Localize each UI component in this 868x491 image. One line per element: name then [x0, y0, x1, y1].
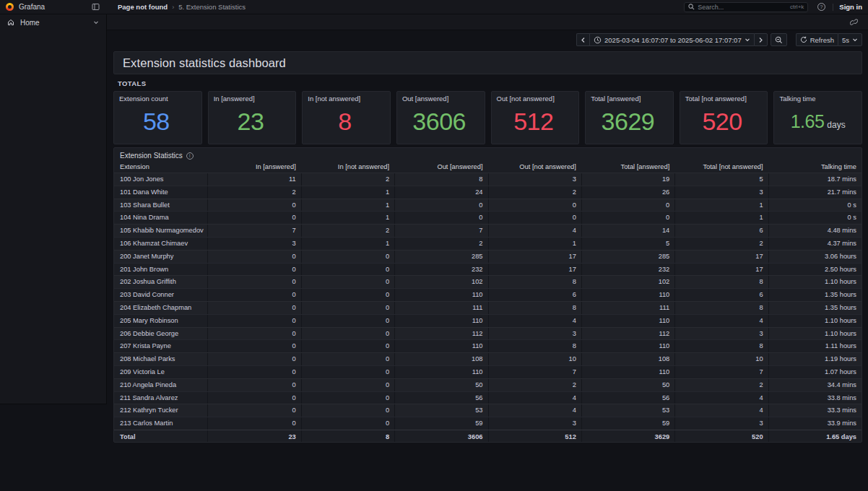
total-label: Total — [114, 430, 207, 442]
table-row[interactable]: 203 David Conner 0 0 110 6 110 6 1.35 ho… — [114, 288, 862, 301]
sign-in-button[interactable]: Sign in — [839, 3, 862, 11]
col-header-in-not-answered[interactable]: In [not answered] — [301, 161, 394, 173]
cell-talking-time: 33.9 mins — [768, 417, 862, 430]
sidebar-item-home[interactable]: Home — [0, 14, 106, 30]
topbar-divider — [833, 4, 833, 11]
dashboard-canvas: 2025-03-04 16:07:07 to 2025-06-02 17:07:… — [107, 30, 868, 491]
table-row[interactable]: 104 Nina Drama 0 1 0 0 0 1 0 s — [114, 211, 862, 224]
stat-panel[interactable]: Extension count 58 — [113, 91, 202, 144]
col-header-out-not-answered[interactable]: Out [not answered] — [488, 161, 581, 173]
grafana-logo-icon[interactable] — [6, 3, 14, 11]
col-header-total-answered[interactable]: Total [answered] — [581, 161, 674, 173]
cell-out-not-answered: 3 — [488, 173, 581, 186]
table-row[interactable]: 105 Khabib Nurmagomedov 7 2 7 4 14 6 4.4… — [114, 224, 862, 237]
brand-zone: Grafana — [0, 1, 107, 13]
breadcrumb-item-page-not-found[interactable]: Page not found — [118, 3, 168, 11]
total-total-answered: 3629 — [581, 430, 674, 442]
stat-panel[interactable]: In [not answered] 8 — [302, 91, 391, 144]
table-row[interactable]: 210 Angela Pineda 0 0 50 2 50 2 34.4 min… — [114, 378, 862, 391]
time-range-picker-button[interactable]: 2025-03-04 16:07:07 to 2025-06-02 17:07:… — [589, 33, 754, 46]
cell-total-answered: 53 — [581, 404, 674, 417]
col-header-total-not-answered[interactable]: Total [not answered] — [674, 161, 768, 173]
cell-total-not-answered: 6 — [674, 289, 768, 301]
time-shift-forward-button[interactable] — [754, 33, 768, 46]
cell-out-not-answered: 2 — [488, 379, 581, 391]
cell-extension: 101 Dana White — [114, 186, 207, 199]
cell-in-not-answered: 0 — [301, 392, 394, 404]
cell-total-not-answered: 3 — [674, 328, 768, 340]
col-header-out-answered[interactable]: Out [answered] — [394, 161, 487, 173]
table-row[interactable]: 201 John Brown 0 0 232 17 232 17 2.50 ho… — [114, 263, 862, 276]
cell-total-not-answered: 1 — [674, 212, 768, 224]
cell-out-not-answered: 10 — [488, 353, 581, 365]
cell-talking-time: 18.7 mins — [768, 173, 862, 186]
help-icon[interactable]: ? — [815, 1, 827, 13]
col-header-extension[interactable]: Extension — [114, 161, 207, 173]
cell-in-answered: 0 — [207, 199, 300, 212]
table-row[interactable]: 101 Dana White 2 1 24 2 26 3 21.7 mins — [114, 186, 862, 199]
refresh-label: Refresh — [810, 36, 834, 44]
chevron-down-icon[interactable] — [93, 19, 99, 25]
search-box[interactable]: ctrl+k — [684, 2, 808, 12]
stat-panel[interactable]: In [answered] 23 — [208, 91, 297, 144]
stat-panel[interactable]: Out [not answered] 512 — [491, 91, 580, 144]
table-row[interactable]: 204 Elizabeth Chapman 0 0 111 8 111 8 1.… — [114, 301, 862, 314]
cell-out-not-answered: 3 — [488, 417, 581, 430]
panel-title: Extension Statistics — [120, 152, 183, 160]
cell-in-answered: 0 — [207, 289, 300, 301]
table-header-row: Extension In [answered] In [not answered… — [114, 161, 862, 173]
table-row[interactable]: 207 Krista Payne 0 0 110 8 110 8 1.11 ho… — [114, 339, 862, 352]
refresh-button[interactable]: Refresh — [796, 33, 838, 46]
table-row[interactable]: 208 Michael Parks 0 0 108 10 108 10 1.19… — [114, 352, 862, 365]
cell-out-answered: 285 — [394, 251, 487, 263]
cell-in-not-answered: 1 — [301, 238, 394, 250]
cell-extension: 207 Krista Payne — [114, 340, 207, 352]
cell-in-answered: 0 — [207, 353, 300, 365]
stat-number: 3606 — [412, 108, 466, 136]
info-icon[interactable]: i — [186, 152, 194, 160]
stat-panel[interactable]: Talking time 1.65 days — [773, 91, 862, 144]
stat-panel[interactable]: Out [answered] 3606 — [396, 91, 485, 144]
cell-extension: 211 Sandra Alvarez — [114, 392, 207, 404]
cell-total-not-answered: 2 — [674, 379, 768, 391]
cell-extension: 104 Nina Drama — [114, 212, 207, 224]
cell-talking-time: 1.10 hours — [768, 315, 862, 327]
zoom-out-time-button[interactable] — [771, 33, 787, 46]
col-header-in-answered[interactable]: In [answered] — [207, 161, 300, 173]
cell-total-answered: 26 — [581, 186, 674, 199]
cell-total-not-answered: 6 — [674, 225, 768, 237]
cell-out-answered: 50 — [394, 379, 487, 391]
dock-menu-icon[interactable] — [90, 1, 101, 13]
table-row[interactable]: 100 Jon Jones 11 2 8 3 19 5 18.7 mins — [114, 173, 862, 186]
stat-panel[interactable]: Total [not answered] 520 — [680, 91, 768, 144]
time-range-label: 2025-03-04 16:07:07 to 2025-06-02 17:07:… — [604, 36, 742, 44]
cell-talking-time: 1.35 hours — [768, 302, 862, 314]
refresh-interval-value: 5s — [842, 36, 849, 44]
cell-out-not-answered: 6 — [488, 289, 581, 301]
table-row[interactable]: 106 Khamzat Chimaev 3 1 2 1 5 2 4.37 min… — [114, 237, 862, 250]
cell-total-not-answered: 2 — [674, 238, 768, 250]
table-row[interactable]: 206 Debbie George 0 0 112 3 112 3 1.10 h… — [114, 327, 862, 340]
table-row[interactable]: 205 Mary Robinson 0 0 110 4 110 4 1.10 h… — [114, 314, 862, 327]
row-header-totals[interactable]: TOTALS — [113, 78, 862, 89]
cell-in-answered: 0 — [207, 212, 300, 224]
refresh-interval-dropdown[interactable]: 5s — [838, 33, 862, 46]
cell-in-not-answered: 0 — [301, 289, 394, 301]
breadcrumb-item-extension-statistics[interactable]: 5. Extension Statistics — [178, 3, 246, 11]
table-row[interactable]: 211 Sandra Alvarez 0 0 56 4 56 4 33.8 mi… — [114, 391, 862, 404]
table-row[interactable]: 200 Janet Murphy 0 0 285 17 285 17 3.06 … — [114, 250, 862, 263]
breadcrumb: Page not found › 5. Extension Statistics — [118, 3, 246, 11]
search-input[interactable] — [698, 4, 787, 11]
table-row[interactable]: 209 Victoria Le 0 0 110 7 110 7 1.07 hou… — [114, 365, 862, 378]
table-row[interactable]: 202 Joshua Griffith 0 0 102 8 102 8 1.10… — [114, 275, 862, 288]
stat-panel[interactable]: Total [answered] 3629 — [585, 91, 674, 144]
time-shift-back-button[interactable] — [576, 33, 589, 46]
time-range-group: 2025-03-04 16:07:07 to 2025-06-02 17:07:… — [576, 33, 768, 46]
table-row[interactable]: 212 Kathryn Tucker 0 0 53 4 53 4 33.3 mi… — [114, 404, 862, 417]
col-header-talking-time[interactable]: Talking time — [768, 161, 862, 173]
table-row[interactable]: 103 Shara Bullet 0 1 0 0 0 1 0 s — [114, 199, 862, 212]
cell-talking-time: 33.8 mins — [768, 392, 862, 404]
table-row[interactable]: 213 Carlos Martin 0 0 59 3 59 3 33.9 min… — [114, 417, 862, 430]
share-link-icon[interactable] — [848, 17, 859, 28]
panel-header[interactable]: Extension Statistics i — [114, 148, 862, 161]
